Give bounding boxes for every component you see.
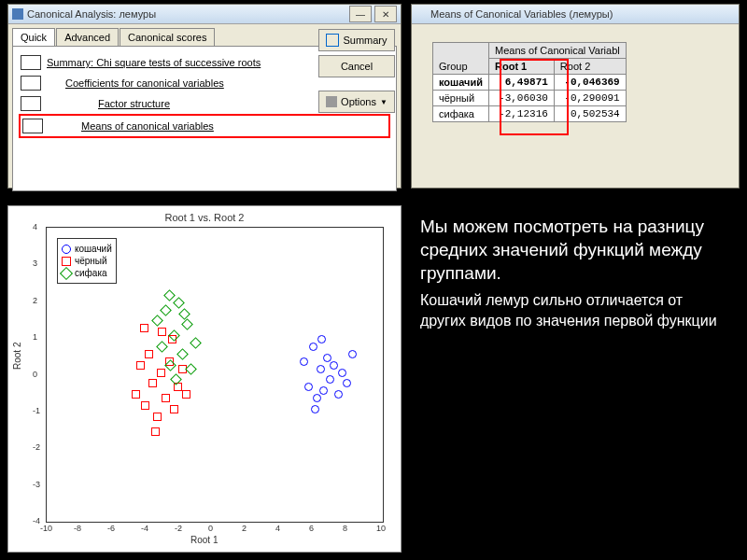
data-point — [170, 405, 178, 413]
x-tick: -8 — [74, 524, 81, 533]
cell: кошачий — [433, 75, 489, 91]
note-paragraph-2: Кошачий лемур сильно отличается от други… — [420, 290, 728, 331]
x-tick: 4 — [275, 524, 280, 533]
means-table-wrap: Group Means of Canonical Variabl Root 1 … — [432, 42, 627, 122]
close-button[interactable]: ✕ — [374, 6, 397, 22]
data-point — [343, 379, 351, 387]
chart-title: Root 1 vs. Root 2 — [8, 212, 401, 223]
canonical-analysis-dialog: Canonical Analysis: лемуры — ✕ Quick Adv… — [7, 4, 402, 189]
dialog-title: Canonical Analysis: лемуры — [27, 8, 156, 20]
y-tick: -4 — [33, 516, 40, 525]
data-point — [319, 386, 328, 395]
grid-icon — [21, 55, 41, 70]
x-tick: 0 — [208, 524, 213, 533]
data-point — [317, 335, 326, 343]
dialog-titlebar: Canonical Analysis: лемуры — ✕ — [8, 5, 401, 24]
marker-circle-icon — [62, 245, 71, 254]
summary-icon — [326, 34, 339, 47]
data-point — [185, 363, 197, 375]
y-tick: 1 — [33, 332, 37, 342]
cell: -3,06030 — [489, 91, 555, 106]
data-point — [330, 361, 338, 370]
y-tick: 0 — [33, 370, 37, 379]
cell: 6,49871 — [489, 75, 555, 91]
means-table: Group Means of Canonical Variabl Root 1 … — [432, 42, 627, 122]
y-axis-label: Root 2 — [12, 343, 22, 370]
y-tick: -1 — [33, 406, 40, 415]
minimize-button[interactable]: — — [349, 6, 372, 22]
col-root2: Root 2 — [554, 59, 626, 75]
x-tick: -4 — [141, 524, 148, 533]
data-point — [326, 375, 334, 384]
explanation-text: Мы можем посмотреть на разницу средних з… — [420, 215, 728, 331]
grid-icon — [21, 96, 41, 111]
cell: сифака — [433, 106, 489, 122]
data-point — [182, 390, 190, 399]
cell: 0,502534 — [554, 106, 626, 122]
data-point — [162, 394, 170, 402]
data-point — [141, 401, 149, 410]
y-tick: 3 — [33, 259, 37, 268]
data-point — [338, 369, 346, 377]
grid-icon — [22, 119, 43, 133]
data-point — [151, 427, 160, 436]
cancel-button[interactable]: Cancel — [318, 55, 395, 77]
data-point — [323, 354, 331, 362]
tab-canonical-scores[interactable]: Canonical scores — [120, 28, 215, 46]
data-point — [309, 343, 317, 351]
data-point — [151, 315, 163, 328]
cell: -2,12316 — [489, 106, 555, 122]
dialog-side-buttons: Summary Cancel Options▼ — [318, 29, 395, 113]
y-tick: -3 — [33, 480, 40, 489]
data-point — [176, 348, 189, 360]
summary-button[interactable]: Summary — [318, 29, 395, 51]
means-window: Means of Canonical Variables (лемуры) Gr… — [411, 4, 740, 189]
marker-diamond-icon — [60, 266, 73, 279]
data-point — [311, 405, 319, 413]
cell: чёрный — [433, 91, 489, 106]
x-tick: 10 — [376, 524, 386, 533]
cell: -0,290091 — [554, 91, 626, 106]
y-tick: 2 — [33, 296, 37, 305]
group-header: Group — [433, 43, 489, 75]
means-header: Means of Canonical Variabl — [489, 43, 627, 59]
data-point — [153, 413, 162, 421]
data-point — [148, 379, 157, 387]
y-tick: -2 — [33, 442, 40, 452]
data-point — [160, 304, 172, 316]
data-point — [304, 383, 313, 391]
means-title: Means of Canonical Variables (лемуры) — [430, 8, 613, 20]
marker-square-icon — [62, 257, 71, 266]
note-paragraph-1: Мы можем посмотреть на разницу средних з… — [420, 215, 728, 285]
options-button[interactable]: Options▼ — [318, 91, 395, 113]
tab-advanced[interactable]: Advanced — [56, 28, 119, 46]
data-point — [317, 365, 325, 373]
data-point — [145, 350, 153, 358]
menu-means-canonical[interactable]: Means of canonical variables — [19, 114, 390, 138]
data-point — [348, 350, 357, 358]
grid-icon — [21, 76, 41, 91]
app-icon — [12, 8, 23, 20]
scatter-chart: Root 1 vs. Root 2 кошачий чёрный сифака … — [7, 205, 402, 553]
x-tick: -6 — [107, 524, 115, 533]
tab-quick[interactable]: Quick — [12, 28, 55, 46]
chart-legend: кошачий чёрный сифака — [57, 238, 117, 284]
x-tick: -10 — [40, 524, 52, 533]
data-point — [163, 289, 176, 301]
legend-label: кошачий — [75, 243, 112, 255]
data-point — [157, 369, 165, 377]
x-tick: 2 — [242, 524, 247, 533]
col-root1: Root 1 — [489, 59, 555, 75]
legend-label: чёрный — [75, 255, 107, 267]
means-titlebar: Means of Canonical Variables (лемуры) — [412, 5, 739, 24]
data-point — [140, 324, 148, 332]
cell: -0,046369 — [554, 75, 626, 91]
x-tick: 8 — [343, 524, 347, 533]
data-point — [157, 341, 169, 353]
data-point — [132, 390, 140, 399]
x-tick: 6 — [309, 524, 314, 533]
data-point — [178, 308, 190, 320]
data-point — [174, 297, 186, 309]
data-point — [136, 361, 145, 370]
data-point — [313, 394, 321, 402]
